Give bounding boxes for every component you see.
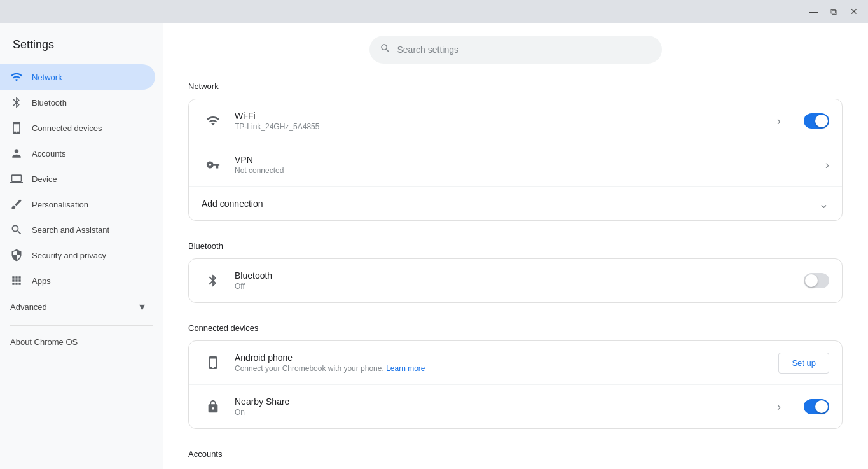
sidebar-label-security-and-privacy: Security and privacy	[32, 251, 106, 260]
nearby-share-toggle-knob	[815, 400, 828, 413]
sidebar: Settings Network Bluetooth Connected dev…	[0, 23, 163, 469]
bluetooth-toggle[interactable]	[804, 273, 829, 288]
nearby-share-icon	[202, 395, 224, 418]
person-icon	[10, 147, 23, 160]
network-card: Wi-Fi TP-Link_24GHz_5A4855 › VPN	[188, 99, 843, 221]
laptop-icon	[10, 172, 23, 185]
add-connection-row[interactable]: Add connection ⌄	[189, 187, 842, 220]
add-connection-chevron-icon: ⌄	[818, 196, 829, 211]
bluetooth-icon	[10, 96, 23, 109]
bluetooth-section-title: Bluetooth	[188, 241, 843, 251]
shield-icon	[10, 249, 23, 262]
wifi-icon	[10, 71, 23, 83]
app-container: Settings Network Bluetooth Connected dev…	[0, 23, 868, 469]
nearby-share-label: Nearby Share	[235, 396, 777, 407]
nearby-share-chevron-icon: ›	[777, 400, 781, 414]
nearby-share-row[interactable]: Nearby Share On ›	[189, 385, 842, 428]
sidebar-label-personalisation: Personalisation	[32, 200, 88, 209]
vpn-chevron-icon: ›	[825, 158, 829, 172]
setup-button[interactable]: Set up	[778, 353, 829, 374]
vpn-row[interactable]: VPN Not connected ›	[189, 143, 842, 187]
add-connection-label: Add connection	[202, 199, 263, 209]
android-phone-icon	[202, 351, 224, 374]
search-input[interactable]	[397, 45, 652, 55]
sidebar-item-security-and-privacy[interactable]: Security and privacy	[0, 242, 155, 268]
bluetooth-toggle-knob	[805, 274, 818, 287]
sidebar-label-apps: Apps	[32, 276, 51, 286]
search-bar-container	[188, 23, 843, 79]
bluetooth-card: Bluetooth Off	[188, 258, 843, 303]
wifi-toggle[interactable]	[804, 113, 829, 129]
wifi-chevron-icon: ›	[777, 115, 781, 128]
sidebar-item-apps[interactable]: Apps	[0, 268, 155, 293]
sidebar-item-personalisation[interactable]: Personalisation	[0, 192, 155, 217]
sidebar-label-search-and-assistant: Search and Assistant	[32, 225, 109, 235]
main-content: Network Wi-Fi TP-Link_24GHz_5A4855 ›	[163, 23, 868, 469]
sidebar-item-network[interactable]: Network	[0, 64, 155, 90]
vpn-label: VPN	[235, 155, 825, 165]
sidebar-item-accounts[interactable]: Accounts	[0, 141, 155, 166]
learn-more-link[interactable]: Learn more	[386, 364, 425, 373]
vpn-status: Not connected	[235, 166, 825, 175]
close-button[interactable]: ✕	[845, 3, 863, 20]
wifi-ssid: TP-Link_24GHz_5A4855	[235, 122, 777, 131]
minimize-button[interactable]: —	[804, 3, 822, 20]
search-circle-icon	[10, 223, 23, 236]
wifi-row[interactable]: Wi-Fi TP-Link_24GHz_5A4855 ›	[189, 99, 842, 143]
nearby-share-status: On	[235, 408, 777, 417]
sidebar-item-advanced[interactable]: Advanced ▾	[0, 293, 155, 320]
sidebar-label-accounts: Accounts	[32, 149, 65, 158]
bluetooth-row-icon	[202, 269, 224, 292]
accounts-section-title: Accounts	[188, 449, 843, 459]
search-icon	[380, 43, 391, 57]
title-bar: — ⧉ ✕	[0, 0, 868, 23]
wifi-label: Wi-Fi	[235, 111, 777, 121]
apps-icon	[10, 274, 23, 287]
sidebar-label-connected-devices: Connected devices	[32, 123, 102, 133]
connected-devices-card: Android phone Connect your Chromebook wi…	[188, 340, 843, 429]
bluetooth-status: Off	[235, 282, 804, 291]
vpn-row-icon	[202, 153, 224, 176]
sidebar-item-device[interactable]: Device	[0, 166, 155, 192]
sidebar-item-search-and-assistant[interactable]: Search and Assistant	[0, 217, 155, 242]
brush-icon	[10, 198, 23, 211]
nearby-share-toggle[interactable]	[804, 399, 829, 414]
bluetooth-row: Bluetooth Off	[189, 259, 842, 302]
wifi-toggle-knob	[815, 115, 828, 127]
connected-devices-section-title: Connected devices	[188, 323, 843, 333]
sidebar-label-network: Network	[32, 73, 62, 82]
wifi-row-icon	[202, 109, 224, 132]
sidebar-label-advanced: Advanced	[10, 302, 47, 312]
devices-icon	[10, 122, 23, 134]
android-phone-label: Android phone	[235, 353, 778, 363]
sidebar-label-device: Device	[32, 174, 57, 184]
android-phone-description: Connect your Chromebook with your phone.…	[235, 364, 778, 373]
sidebar-item-about-chromeos[interactable]: About Chrome OS	[0, 331, 163, 353]
chevron-down-icon: ▾	[139, 300, 145, 314]
bluetooth-label: Bluetooth	[235, 270, 804, 281]
about-chromeos-label: About Chrome OS	[10, 337, 78, 347]
sidebar-divider	[10, 325, 153, 326]
restore-button[interactable]: ⧉	[825, 3, 843, 20]
android-phone-row: Android phone Connect your Chromebook wi…	[189, 341, 842, 385]
search-bar	[369, 36, 662, 64]
sidebar-label-bluetooth: Bluetooth	[32, 98, 67, 108]
app-title: Settings	[0, 28, 163, 64]
network-section-title: Network	[188, 81, 843, 91]
sidebar-item-bluetooth[interactable]: Bluetooth	[0, 90, 155, 115]
sidebar-item-connected-devices[interactable]: Connected devices	[0, 115, 155, 141]
